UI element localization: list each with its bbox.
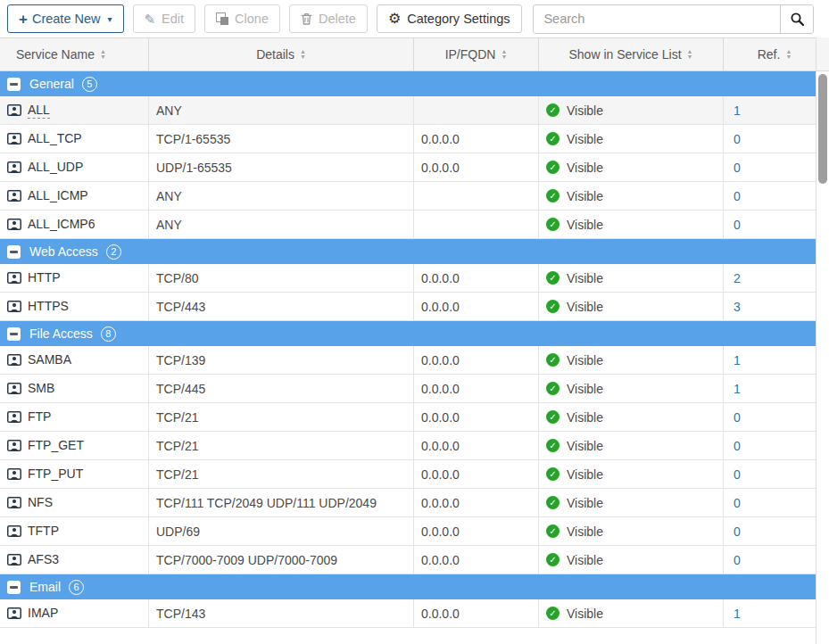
ref-link[interactable]: 0: [734, 496, 741, 510]
visible-label: Visible: [567, 496, 603, 510]
chevron-down-icon: ▾: [108, 14, 112, 24]
services-page: + Create New ▾ ✎ Edit Clone Delete ⚙ Cat…: [0, 0, 829, 644]
visible-label: Visible: [567, 103, 603, 118]
service-ip: 0.0.0.0: [413, 599, 538, 627]
service-details: TCP/143: [148, 599, 413, 627]
clone-label: Clone: [235, 12, 269, 26]
ref-link[interactable]: 1: [734, 103, 741, 118]
service-details: TCP/443: [148, 293, 413, 320]
check-circle-icon: ✓: [546, 103, 560, 117]
clone-button[interactable]: Clone: [204, 4, 280, 33]
table-row[interactable]: SMB TCP/445 0.0.0.0 ✓ Visible 1: [0, 375, 816, 403]
visible-label: Visible: [567, 353, 603, 367]
ref-link[interactable]: 0: [734, 410, 741, 425]
column-header-show-in-service-list[interactable]: Show in Service List ▲▼: [538, 38, 723, 70]
table-row[interactable]: HTTP TCP/80 0.0.0.0 ✓ Visible 2: [0, 264, 816, 293]
category-name: File Access: [29, 326, 93, 341]
scrollbar-track-header: [817, 37, 829, 71]
create-new-button[interactable]: + Create New ▾: [7, 4, 124, 33]
service-details: TCP/21: [148, 432, 413, 459]
category-settings-button[interactable]: ⚙ Category Settings: [377, 4, 522, 33]
sort-icon: ▲▼: [100, 49, 106, 60]
visible-label: Visible: [567, 300, 603, 314]
scrollbar: [816, 37, 829, 644]
collapse-minus-icon[interactable]: [7, 581, 21, 594]
table-row[interactable]: NFS TCP/111 TCP/2049 UDP/111 UDP/2049 0.…: [0, 489, 816, 517]
ref-link[interactable]: 0: [734, 524, 741, 539]
search-input[interactable]: [534, 5, 780, 33]
ref-link[interactable]: 0: [734, 553, 741, 567]
table-row[interactable]: FTP_PUT TCP/21 0.0.0.0 ✓ Visible 0: [0, 460, 816, 489]
category-row[interactable]: File Access 8: [0, 321, 816, 346]
service-icon: [7, 219, 21, 230]
ref-link[interactable]: 0: [734, 467, 741, 482]
ref-link[interactable]: 2: [734, 271, 741, 285]
delete-button[interactable]: Delete: [289, 4, 368, 33]
service-details: UDP/1-65535: [148, 153, 413, 181]
check-circle-icon: ✓: [546, 382, 560, 395]
category-settings-label: Category Settings: [407, 12, 510, 26]
service-ip: 0.0.0.0: [413, 293, 538, 320]
table-row[interactable]: ALL_TCP TCP/1-65535 0.0.0.0 ✓ Visible 0: [0, 125, 816, 153]
visible-status: ✓ Visible: [538, 432, 723, 459]
column-header-ip-fqdn[interactable]: IP/FQDN ▲▼: [413, 38, 538, 70]
table-row[interactable]: ALL_ICMP6 ANY ✓ Visible 0: [0, 211, 816, 239]
ref-link[interactable]: 1: [734, 607, 741, 621]
collapse-minus-icon[interactable]: [7, 245, 21, 259]
service-details: TCP/21: [148, 460, 413, 488]
table-row[interactable]: ALL ANY ✓ Visible 1: [0, 96, 816, 125]
service-details: TCP/21: [148, 403, 413, 431]
search-button[interactable]: [780, 5, 813, 33]
category-row[interactable]: Web Access 2: [0, 239, 816, 264]
column-header-service-name[interactable]: Service Name ▲▼: [0, 38, 148, 70]
ref-link[interactable]: 1: [734, 382, 741, 396]
ref-link[interactable]: 0: [734, 161, 741, 175]
table-body: General 5 ALL ANY ✓ Visible 1: [0, 71, 816, 628]
service-icon: [7, 440, 21, 451]
ref-link[interactable]: 0: [734, 218, 741, 232]
table-row[interactable]: FTP TCP/21 0.0.0.0 ✓ Visible 0: [0, 403, 816, 432]
edit-button[interactable]: ✎ Edit: [133, 4, 196, 33]
service-name: TFTP: [28, 524, 59, 539]
ref-link[interactable]: 1: [734, 353, 741, 367]
table-row[interactable]: TFTP UDP/69 0.0.0.0 ✓ Visible 0: [0, 517, 816, 546]
search-box: [533, 4, 814, 34]
service-icon: [7, 161, 21, 173]
visible-status: ✓ Visible: [538, 264, 723, 292]
service-icon: [7, 133, 21, 144]
table-row[interactable]: FTP_GET TCP/21 0.0.0.0 ✓ Visible 0: [0, 432, 816, 460]
ref-link[interactable]: 0: [734, 439, 741, 453]
table-row[interactable]: ALL_UDP UDP/1-65535 0.0.0.0 ✓ Visible 0: [0, 153, 816, 182]
category-count-badge: 8: [101, 326, 116, 342]
service-name: ALL_ICMP6: [28, 217, 95, 232]
visible-status: ✓ Visible: [538, 182, 723, 210]
collapse-minus-icon[interactable]: [7, 327, 21, 341]
column-header-ref[interactable]: Ref. ▲▼: [723, 38, 816, 70]
service-ip: 0.0.0.0: [413, 432, 538, 459]
ref-link[interactable]: 0: [734, 189, 741, 203]
service-icon: [7, 411, 21, 423]
service-ip: [413, 182, 538, 210]
table-row[interactable]: ALL_ICMP ANY ✓ Visible 0: [0, 182, 816, 211]
table-row[interactable]: HTTPS TCP/443 0.0.0.0 ✓ Visible 3: [0, 293, 816, 321]
table-row[interactable]: SAMBA TCP/139 0.0.0.0 ✓ Visible 1: [0, 346, 816, 375]
check-circle-icon: ✓: [546, 496, 560, 509]
category-row[interactable]: General 5: [0, 71, 816, 96]
table-row[interactable]: IMAP TCP/143 0.0.0.0 ✓ Visible 1: [0, 599, 816, 628]
column-label: Show in Service List: [569, 47, 682, 62]
column-header-details[interactable]: Details ▲▼: [148, 38, 413, 70]
category-row[interactable]: Email 6: [0, 574, 816, 599]
service-name: ALL_UDP: [28, 160, 83, 175]
visible-label: Visible: [567, 271, 603, 285]
ref-link[interactable]: 3: [734, 300, 741, 314]
service-details: TCP/1-65535: [148, 125, 413, 153]
visible-status: ✓ Visible: [538, 460, 723, 488]
scrollbar-thumb[interactable]: [818, 74, 827, 184]
ref-link[interactable]: 0: [734, 132, 741, 146]
collapse-minus-icon[interactable]: [7, 78, 21, 91]
visible-label: Visible: [567, 607, 603, 621]
visible-label: Visible: [567, 410, 603, 425]
column-label: Service Name: [16, 47, 95, 62]
service-details: ANY: [148, 211, 413, 238]
table-row[interactable]: AFS3 TCP/7000-7009 UDP/7000-7009 0.0.0.0…: [0, 546, 816, 574]
